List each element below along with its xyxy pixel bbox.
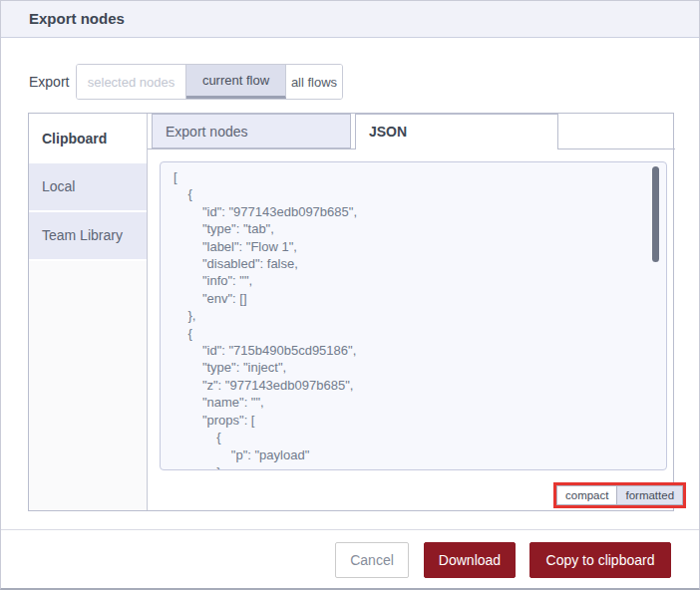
format-formatted-button[interactable]: formatted — [616, 485, 683, 505]
sidebar-item-team-library[interactable]: Team Library — [29, 212, 147, 259]
sidebar-item-local[interactable]: Local — [29, 163, 147, 210]
copy-to-clipboard-button[interactable]: Copy to clipboard — [529, 542, 671, 578]
json-content: [ { "id": "977143edb097b685", "type": "t… — [161, 162, 666, 470]
export-scope-label: Export — [29, 64, 69, 100]
export-nodes-dialog: Export nodes Export selected nodes curre… — [0, 0, 700, 590]
dialog-footer: Cancel Download Copy to clipboard — [1, 529, 699, 589]
export-option-selected-nodes[interactable]: selected nodes — [77, 65, 186, 99]
dialog-header: Export nodes — [1, 1, 699, 38]
export-panel: Clipboard Export nodes JSON Local Team L… — [28, 113, 674, 511]
dialog-title: Export nodes — [29, 1, 125, 37]
download-button[interactable]: Download — [424, 542, 516, 578]
json-scrollbar-thumb[interactable] — [652, 166, 659, 262]
tab-export-nodes[interactable]: Export nodes — [152, 114, 351, 148]
sidebar-background — [29, 261, 147, 510]
cancel-button[interactable]: Cancel — [335, 542, 409, 578]
export-option-current-flow[interactable]: current flow — [186, 65, 286, 99]
library-section-clipboard[interactable]: Clipboard — [29, 114, 147, 163]
export-option-all-flows[interactable]: all flows — [286, 65, 342, 99]
format-toggle-highlight-box: compact formatted — [553, 482, 686, 508]
format-compact-button[interactable]: compact — [556, 485, 616, 505]
sidebar-divider — [147, 114, 148, 510]
tab-json[interactable]: JSON — [355, 114, 558, 149]
export-scope-group: selected nodes current flow all flows — [76, 64, 343, 100]
json-export-textarea[interactable]: [ { "id": "977143edb097b685", "type": "t… — [160, 161, 667, 470]
